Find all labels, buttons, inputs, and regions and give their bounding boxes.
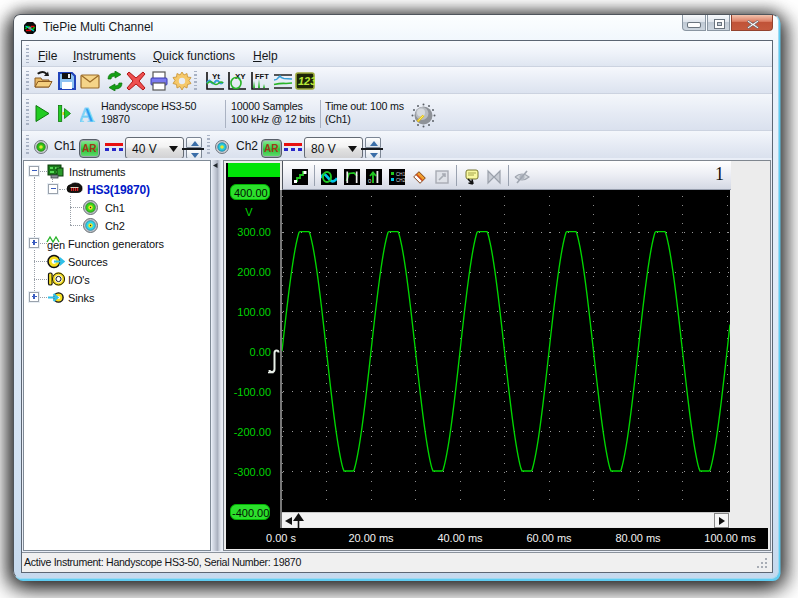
svg-text:FFT: FFT [255,72,269,81]
svg-text:CH1: CH1 [396,172,405,177]
svg-text:gen: gen [47,239,65,251]
svg-text:123: 123 [298,75,315,87]
svg-text:A: A [80,105,95,122]
svg-text:CH2: CH2 [396,178,405,183]
